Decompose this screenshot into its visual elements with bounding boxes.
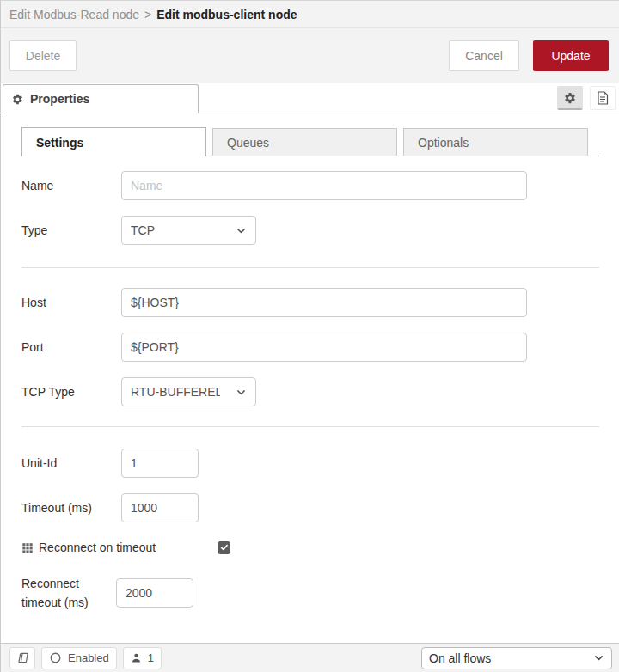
breadcrumb-parent-link[interactable]: Edit Modbus-Read node [9, 8, 139, 21]
page-title: Edit modbus-client node [156, 8, 297, 21]
port-row: Port [21, 333, 599, 362]
document-icon [597, 91, 609, 105]
tab-properties[interactable]: Properties [3, 84, 199, 113]
reconnect-on-timeout-checkbox[interactable] [218, 541, 230, 554]
tab-queues-label: Queues [227, 136, 269, 150]
tcp-type-select[interactable]: RTU-BUFFERED [121, 377, 256, 406]
settings-form: Name Type TCP Host Port TCP Type RTU-BU [1, 156, 619, 643]
tab-settings[interactable]: Settings [21, 127, 206, 156]
host-row: Host [21, 288, 599, 317]
chevron-down-icon [236, 225, 247, 236]
timeout-label: Timeout (ms) [21, 501, 121, 515]
unit-id-row: Unit-Id [21, 449, 599, 478]
node-description-button[interactable] [590, 86, 616, 110]
reconnect-on-timeout-row: Reconnect on timeout [21, 539, 599, 556]
name-input[interactable] [121, 171, 527, 200]
node-settings-button[interactable] [557, 86, 583, 110]
timeout-input[interactable] [121, 493, 199, 522]
person-icon [131, 652, 142, 663]
enabled-label: Enabled [68, 651, 109, 664]
port-label: Port [21, 340, 121, 354]
footer-bar: Enabled 1 On all flows [1, 643, 619, 672]
gear-icon [12, 94, 23, 105]
reconnect-timeout-label: Reconnect timeout (ms) [21, 574, 116, 612]
tcp-type-row: TCP Type RTU-BUFFERED [21, 377, 599, 406]
type-row: Type TCP [21, 216, 599, 245]
book-icon [16, 651, 29, 664]
show-docs-button[interactable] [9, 647, 35, 669]
update-button[interactable]: Update [533, 40, 609, 71]
divider [21, 267, 599, 268]
instance-count: 1 [148, 651, 154, 664]
host-label: Host [21, 296, 121, 309]
chevron-down-icon [236, 387, 247, 398]
cancel-button[interactable]: Cancel [449, 40, 519, 71]
reconnect-on-timeout-label: Reconnect on timeout [21, 541, 218, 554]
type-label: Type [21, 223, 121, 237]
breadcrumb: Edit Modbus-Read node > Edit modbus-clie… [1, 1, 619, 28]
tab-queues[interactable]: Queues [212, 128, 397, 156]
port-input[interactable] [121, 333, 527, 362]
settings-tab-bar: Settings Queues Optionals [1, 113, 619, 156]
reconnect-on-timeout-text: Reconnect on timeout [39, 541, 156, 554]
tcp-type-select-value: RTU-BUFFERED [131, 385, 220, 399]
tray-toolbar [557, 86, 616, 110]
circle-outline-icon [49, 651, 62, 664]
reconnect-timeout-row: Reconnect timeout (ms) [21, 574, 599, 612]
chevron-down-icon [593, 652, 604, 663]
action-bar: Delete Cancel Update [1, 28, 619, 83]
tab-properties-label: Properties [30, 92, 89, 106]
scope-select-value: On all flows [429, 651, 491, 665]
enabled-toggle-button[interactable]: Enabled [41, 647, 117, 669]
name-row: Name [21, 171, 599, 200]
timeout-row: Timeout (ms) [21, 493, 599, 522]
divider [21, 426, 599, 427]
tray-tab-bar: Properties [1, 83, 619, 113]
host-input[interactable] [121, 288, 527, 317]
unit-id-input[interactable] [121, 449, 199, 478]
delete-button[interactable]: Delete [9, 40, 77, 71]
gear-icon [564, 92, 576, 104]
tab-settings-label: Settings [36, 136, 83, 150]
tcp-type-label: TCP Type [21, 385, 121, 399]
unit-id-label: Unit-Id [21, 456, 121, 470]
name-label: Name [21, 179, 121, 192]
breadcrumb-separator: > [144, 8, 151, 21]
tab-optionals[interactable]: Optionals [403, 128, 588, 156]
type-select-value: TCP [131, 223, 220, 237]
scope-select[interactable]: On all flows [421, 647, 612, 669]
tab-optionals-label: Optionals [418, 136, 469, 150]
reconnect-timeout-input[interactable] [116, 578, 193, 608]
type-select[interactable]: TCP [121, 216, 256, 245]
instance-count-button[interactable]: 1 [123, 647, 162, 669]
grid-icon [21, 541, 34, 553]
edit-node-dialog: Edit Modbus-Read node > Edit modbus-clie… [0, 0, 619, 672]
